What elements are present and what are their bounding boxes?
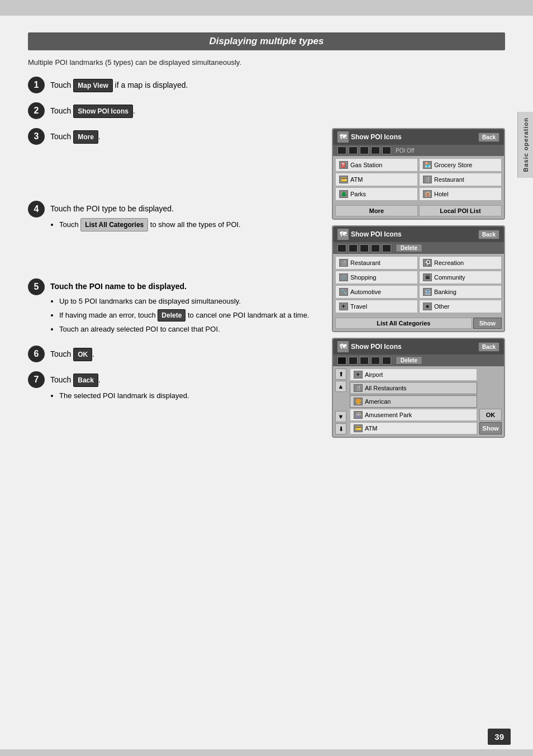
step-content-6: Touch OK.: [50, 346, 94, 361]
p2-restaurant-icon: 🍴: [339, 259, 348, 267]
panel-2-icon: 🗺: [337, 229, 349, 240]
community-icon: 🏛: [423, 273, 432, 281]
atm-item[interactable]: 💳 ATM: [350, 422, 477, 434]
list-all-categories-button[interactable]: List All Categories: [80, 218, 148, 231]
airport-item[interactable]: ✈ Airport: [350, 368, 477, 381]
more-btn-panel1[interactable]: More: [335, 205, 418, 216]
panel-1-icon: 🗺: [337, 131, 349, 143]
automotive-cell[interactable]: 🔧 Automotive: [335, 285, 418, 299]
scroll-down[interactable]: ▼: [335, 411, 346, 422]
panel-1-header: 🗺 Show POI Icons Back: [333, 129, 504, 145]
panel-2-delete[interactable]: Delete: [396, 244, 422, 252]
panel-1-subbar: POI Off: [333, 145, 504, 156]
travel-icon: ✈: [339, 303, 348, 310]
step-content-5: Touch the POI name to be displayed. Up t…: [50, 278, 309, 337]
poi-list-items: ✈ Airport 🍴 All Restaurants 🍔 American: [350, 368, 477, 434]
back-button[interactable]: Back: [73, 374, 98, 387]
panel-3-delete[interactable]: Delete: [396, 356, 422, 365]
right-sidebar: Basic operation: [517, 112, 533, 178]
shopping-cell[interactable]: 🛒 Shopping: [335, 271, 418, 284]
step-2: 2 Touch Show POI Icons.: [28, 102, 505, 119]
step5-bullet-1: Up to 5 POI landmarks can be displayed s…: [59, 296, 309, 307]
parks-cell[interactable]: 🌲 Parks: [335, 187, 418, 201]
p2-restaurant-cell[interactable]: 🍴 Restaurant: [335, 256, 418, 270]
panel3-show-btn[interactable]: Show: [479, 422, 502, 434]
panel3-ok-btn[interactable]: OK: [479, 409, 502, 421]
more-button[interactable]: More: [73, 130, 98, 144]
local-poi-list-btn[interactable]: Local POI List: [419, 205, 502, 216]
dot-3: [360, 147, 369, 154]
map-view-button[interactable]: Map View: [73, 79, 112, 92]
list-all-btn-p2[interactable]: List All Categories: [335, 318, 472, 329]
panel-2-title-area: 🗺 Show POI Icons: [337, 229, 402, 240]
hotel-icon: 🏨: [423, 190, 432, 198]
amusement-park-icon: 🎡: [354, 411, 363, 419]
show-poi-icons-button[interactable]: Show POI Icons: [73, 105, 133, 118]
scroll-up[interactable]: ▲: [335, 381, 346, 392]
p3-dot-1: [337, 357, 346, 365]
panel-2-bottom: List All Categories Show: [333, 315, 504, 331]
p3-dot-5: [382, 357, 391, 365]
step-content-3: Touch More.: [50, 128, 101, 144]
panel-3-list-area: ⬆ ▲ ▼ ⬇ ✈ Airport 🍴 All Restauran: [333, 366, 504, 437]
panel-2-grid: 🍴 Restaurant ⚽ Recreation 🛒 Shopping 🏛 C…: [333, 254, 504, 315]
atm-icon: 💳: [339, 176, 348, 183]
dot-1: [337, 147, 346, 154]
step-content-2: Touch Show POI Icons.: [50, 102, 135, 118]
gas-station-cell[interactable]: ⛽ Gas Station: [335, 158, 418, 172]
delete-button[interactable]: Delete: [158, 309, 185, 322]
panel-1-back[interactable]: Back: [478, 133, 499, 142]
american-item[interactable]: 🍔 American: [350, 395, 477, 408]
restaurant-cell[interactable]: 🍴 Restaurant: [419, 173, 502, 186]
step-num-7: 7: [28, 371, 45, 388]
panel-1-grid: ⛽ Gas Station 🏪 Grocery Store 💳 ATM 🍴 Re…: [333, 156, 504, 203]
travel-cell[interactable]: ✈ Travel: [335, 300, 418, 313]
step-6: 6 Touch OK.: [28, 346, 321, 362]
dot-4: [371, 147, 380, 154]
poi-off-label: POI Off: [396, 148, 414, 154]
step-num-3: 3: [28, 128, 45, 145]
panel-2-subbar: Delete: [333, 242, 504, 254]
sidebar-label: Basic operation: [522, 117, 529, 172]
grocery-store-cell[interactable]: 🏪 Grocery Store: [419, 158, 502, 172]
step-1: 1 Touch Map View if a map is displayed.: [28, 77, 505, 93]
panel-1-bottom-bar: More Local POI List: [333, 203, 504, 219]
other-cell[interactable]: ★ Other: [419, 300, 502, 313]
show-btn-p2[interactable]: Show: [473, 318, 502, 329]
hotel-cell[interactable]: 🏨 Hotel: [419, 187, 502, 201]
step-7: 7 Touch Back. The selected POI landmark …: [28, 371, 321, 404]
grocery-icon: 🏪: [423, 161, 432, 169]
step-num-6: 6: [28, 346, 45, 362]
amusement-park-item[interactable]: 🎡 Amusement Park: [350, 409, 477, 421]
panel-3-icon: 🗺: [337, 341, 349, 352]
panel-2-back[interactable]: Back: [478, 230, 499, 239]
all-restaurants-item[interactable]: 🍴 All Restaurants: [350, 382, 477, 394]
p2-dot-2: [349, 244, 358, 252]
restaurant-icon: 🍴: [423, 176, 432, 183]
panel-3-title: Show POI Icons: [351, 343, 402, 351]
panel-3-subbar: Delete: [333, 355, 504, 366]
p3-dot-2: [349, 357, 358, 365]
panel-3-back[interactable]: Back: [478, 342, 499, 352]
ok-button[interactable]: OK: [73, 348, 92, 361]
all-restaurants-icon: 🍴: [354, 384, 363, 392]
scroll-up-top[interactable]: ⬆: [335, 368, 346, 380]
step5-bullet-3: Touch an already selected POI to cancel …: [59, 324, 309, 335]
p3-dot-4: [371, 357, 380, 365]
community-cell[interactable]: 🏛 Community: [419, 271, 502, 284]
atm-cell[interactable]: 💳 ATM: [335, 173, 418, 186]
panel-1: 🗺 Show POI Icons Back POI Off ⛽: [332, 128, 505, 220]
recreation-cell[interactable]: ⚽ Recreation: [419, 256, 502, 270]
p3-dot-3: [360, 357, 369, 365]
banking-cell[interactable]: 🏦 Banking: [419, 285, 502, 299]
scroll-down-bottom[interactable]: ⬇: [335, 423, 346, 434]
scroll-arrows: ⬆ ▲ ▼ ⬇: [335, 368, 348, 434]
step-num-2: 2: [28, 102, 45, 119]
panel-3-title-area: 🗺 Show POI Icons: [337, 341, 402, 352]
panel-2: 🗺 Show POI Icons Back Delete 🍴: [332, 225, 505, 332]
page-number: 39: [488, 729, 511, 745]
dot-5: [382, 147, 391, 154]
step-4: 4 Touch the POI type to be displayed. To…: [28, 201, 321, 234]
panel-2-header: 🗺 Show POI Icons Back: [333, 226, 504, 242]
panel-1-title: Show POI Icons: [351, 133, 402, 141]
